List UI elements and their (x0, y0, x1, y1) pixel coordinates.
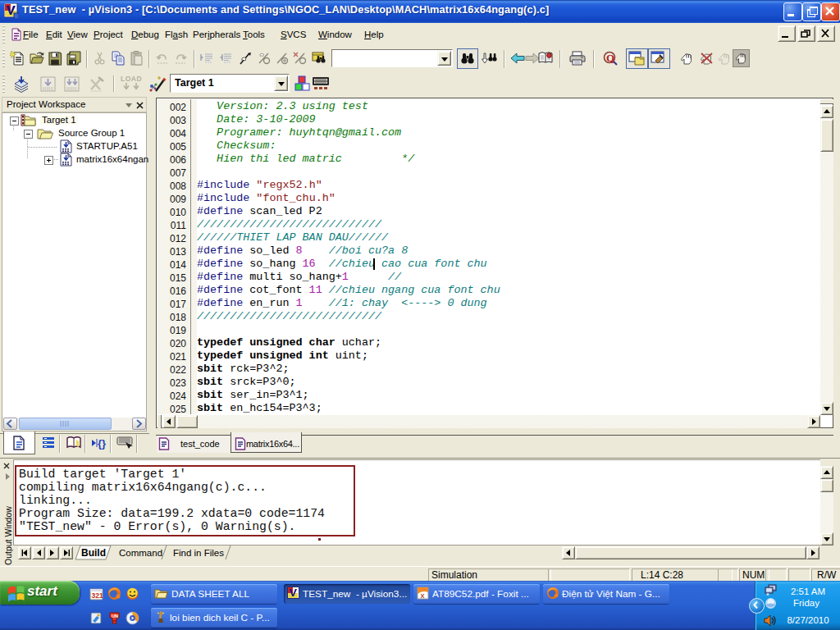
svg-text:{}: {} (98, 437, 106, 450)
svg-text:UN: UN (112, 614, 118, 619)
svg-text:Command: Command (119, 548, 162, 558)
svg-text:Find in Files: Find in Files (173, 548, 224, 558)
svg-text:Build: Build (81, 547, 106, 559)
svg-text:321: 321 (92, 591, 103, 600)
